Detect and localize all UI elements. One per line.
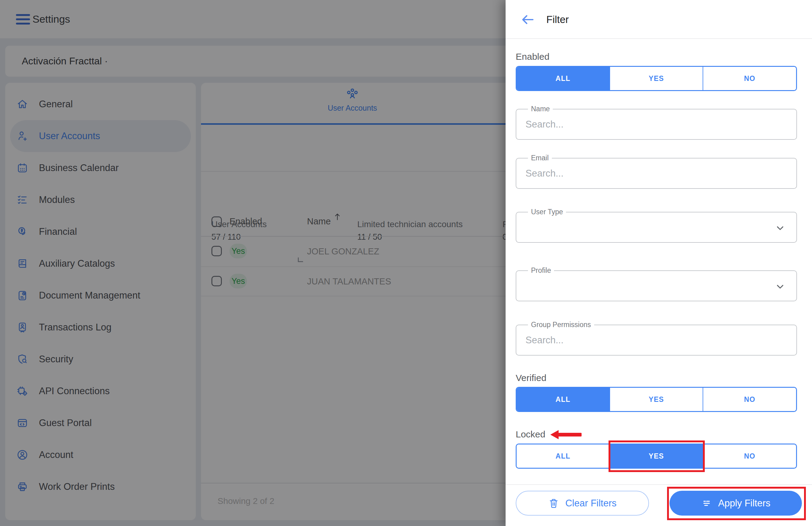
- enabled-segmented-control: ALL YES NO: [516, 66, 797, 91]
- locked-option-no[interactable]: NO: [703, 444, 796, 468]
- user-type-select[interactable]: User Type: [516, 212, 797, 243]
- red-annotation-arrow: [550, 430, 582, 439]
- enabled-option-all[interactable]: ALL: [517, 67, 610, 90]
- email-search-input[interactable]: [516, 158, 796, 188]
- profile-label: Profile: [528, 266, 554, 275]
- clear-filters-button[interactable]: Clear Filters: [516, 491, 649, 515]
- verified-option-no[interactable]: NO: [703, 388, 796, 411]
- filter-panel: Filter Enabled ALL YES NO Name Email Use…: [506, 0, 812, 526]
- modal-backdrop[interactable]: [0, 0, 506, 526]
- email-field: Email: [516, 158, 797, 189]
- locked-option-all[interactable]: ALL: [517, 444, 610, 468]
- apply-filters-button[interactable]: Apply Filters: [669, 491, 802, 515]
- panel-divider: [506, 38, 812, 39]
- user-type-label: User Type: [528, 208, 566, 216]
- email-field-label: Email: [528, 154, 552, 162]
- name-search-input[interactable]: [516, 110, 796, 139]
- filter-title: Filter: [546, 0, 569, 39]
- back-arrow-icon[interactable]: [520, 12, 535, 27]
- enabled-option-yes[interactable]: YES: [610, 67, 704, 90]
- verified-segmented-control: ALL YES NO: [516, 387, 797, 412]
- locked-option-yes[interactable]: YES: [610, 444, 704, 468]
- verified-option-yes[interactable]: YES: [610, 388, 704, 411]
- verified-section-label: Verified: [516, 373, 546, 383]
- apply-filters-label: Apply Filters: [718, 498, 771, 509]
- verified-option-all[interactable]: ALL: [517, 388, 610, 411]
- profile-select[interactable]: Profile: [516, 270, 797, 301]
- chevron-down-icon: [774, 281, 786, 293]
- locked-segmented-control: ALL YES NO: [516, 443, 797, 469]
- panel-footer-divider: [506, 484, 812, 485]
- group-permissions-label: Group Permissions: [528, 321, 594, 329]
- group-permissions-search-input[interactable]: [516, 325, 796, 355]
- enabled-option-no[interactable]: NO: [703, 67, 796, 90]
- chevron-down-icon: [774, 222, 786, 234]
- enabled-section-label: Enabled: [516, 52, 549, 62]
- locked-section-label: Locked: [516, 429, 546, 440]
- name-field: Name: [516, 109, 797, 140]
- filter-lines-icon: [701, 498, 712, 509]
- clear-filters-label: Clear Filters: [565, 498, 617, 509]
- name-field-label: Name: [528, 105, 553, 113]
- trash-icon: [548, 498, 559, 509]
- group-permissions-field: Group Permissions: [516, 325, 797, 356]
